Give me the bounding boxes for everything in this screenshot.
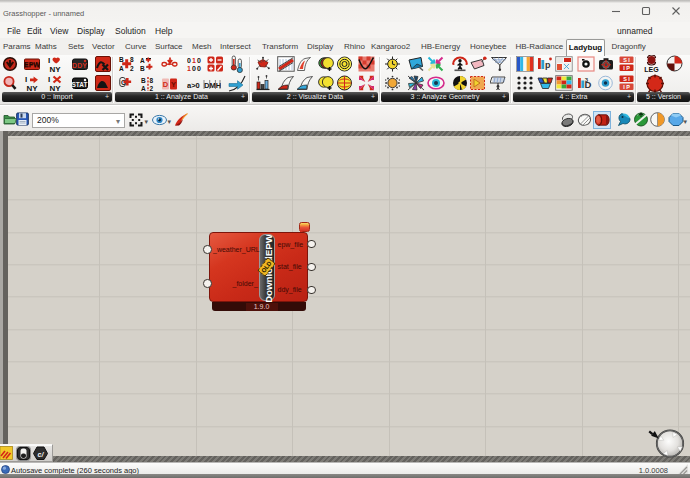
svg-text:8: 8 — [130, 56, 134, 63]
svg-text:S I: S I — [623, 57, 630, 63]
svg-text:B: B — [141, 77, 146, 84]
svg-text:A: A — [141, 85, 146, 92]
svg-text:0: 0 — [187, 57, 191, 64]
svg-text:8: 8 — [150, 77, 154, 84]
svg-text:B: B — [119, 56, 124, 63]
svg-text:NY: NY — [49, 83, 61, 91]
svg-text:DMH: DMH — [204, 80, 221, 89]
svg-text:D: D — [163, 80, 169, 89]
svg-text:a>0: a>0 — [187, 80, 200, 89]
svg-text:STAT: STAT — [72, 80, 88, 87]
svg-text:0: 0 — [192, 65, 196, 72]
svg-text:0: 0 — [197, 65, 201, 72]
svg-text:A: A — [119, 65, 124, 72]
svg-text:EPW: EPW — [24, 61, 40, 68]
svg-text:B: B — [140, 65, 145, 72]
svg-text:I P: I P — [623, 84, 630, 90]
svg-text:S I: S I — [623, 75, 630, 81]
svg-text:A: A — [140, 57, 145, 64]
svg-text:0: 0 — [197, 57, 201, 64]
svg-text:NY: NY — [26, 83, 38, 91]
svg-text:2: 2 — [150, 85, 154, 92]
svg-text:I P: I P — [623, 65, 630, 71]
svg-text:2: 2 — [130, 65, 134, 72]
svg-text:DDY: DDY — [72, 62, 87, 69]
svg-text:LEG: LEG — [644, 66, 659, 73]
svg-text:Y: Y — [171, 80, 176, 89]
svg-text:NY: NY — [49, 65, 61, 73]
svg-text:1: 1 — [187, 65, 191, 72]
svg-text:p: p — [545, 60, 551, 70]
svg-text:1: 1 — [192, 57, 196, 64]
